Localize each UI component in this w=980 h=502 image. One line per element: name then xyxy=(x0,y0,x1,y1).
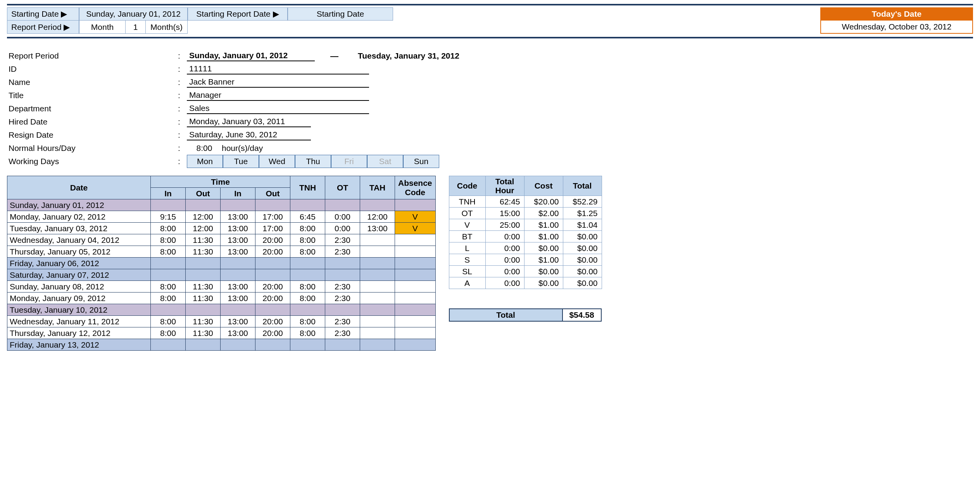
table-cell: 8:00 xyxy=(290,327,325,339)
resign-label: Resign Date xyxy=(9,130,171,140)
th-out1: Out xyxy=(186,188,221,199)
table-cell: 2:30 xyxy=(325,234,360,246)
starting-date-label: Starting Date ▶ xyxy=(7,7,79,21)
table-cell xyxy=(290,339,325,351)
table-cell xyxy=(395,269,436,281)
table-cell: 12:00 xyxy=(186,223,221,234)
summary-row: V25:00$1.00$1.04 xyxy=(449,219,602,231)
th-total-hour: Total Hour xyxy=(485,176,524,196)
table-cell: 9:15 xyxy=(151,211,186,223)
table-cell: 8:00 xyxy=(290,316,325,327)
table-row: Thursday, January 05, 20128:0011:3013:00… xyxy=(7,246,436,258)
starting-date-value[interactable]: Sunday, January 01, 2012 xyxy=(79,7,188,21)
table-cell: Monday, January 09, 2012 xyxy=(7,293,151,304)
table-cell xyxy=(255,258,290,269)
summary-cell: 25:00 xyxy=(485,219,524,231)
th-time: Time xyxy=(151,176,290,188)
table-cell: 13:00 xyxy=(221,246,255,258)
period-unit[interactable]: Month xyxy=(79,21,126,34)
resign-value: Saturday, June 30, 2012 xyxy=(187,130,311,140)
table-cell: 13:00 xyxy=(221,234,255,246)
working-day-cell[interactable]: Fri xyxy=(331,155,367,168)
table-cell: Thursday, January 05, 2012 xyxy=(7,246,151,258)
table-cell: V xyxy=(395,223,436,234)
summary-cell: BT xyxy=(449,231,485,242)
table-cell xyxy=(151,339,186,351)
summary-cell: TNH xyxy=(449,196,485,208)
table-cell xyxy=(360,304,395,316)
table-cell: 8:00 xyxy=(151,234,186,246)
timesheet-table: Date Time TNH OT TAH Absence Code In Out… xyxy=(7,176,436,351)
table-cell: 13:00 xyxy=(221,293,255,304)
th-in1: In xyxy=(151,188,186,199)
table-cell: 11:30 xyxy=(186,327,221,339)
todays-date-box: Today's Date Wednesday, October 03, 2012 xyxy=(820,7,973,35)
table-cell: Sunday, January 08, 2012 xyxy=(7,281,151,293)
starting-report-date-value[interactable]: Starting Date xyxy=(288,7,393,21)
top-controls: Starting Date ▶ Report Period ▶ Sunday, … xyxy=(7,7,973,35)
th-cost: Cost xyxy=(524,176,563,196)
period-count[interactable]: 1 xyxy=(126,21,146,34)
table-cell xyxy=(151,258,186,269)
table-row: Sunday, January 08, 20128:0011:3013:0020… xyxy=(7,281,436,293)
table-cell: 8:00 xyxy=(151,223,186,234)
table-cell: Tuesday, January 03, 2012 xyxy=(7,223,151,234)
working-days-label: Working Days xyxy=(9,157,171,166)
table-cell: 8:00 xyxy=(290,234,325,246)
table-cell xyxy=(186,339,221,351)
table-cell xyxy=(360,234,395,246)
th-in2: In xyxy=(221,188,255,199)
table-cell xyxy=(221,339,255,351)
table-cell: 17:00 xyxy=(255,211,290,223)
table-cell xyxy=(360,316,395,327)
summary-cell: S xyxy=(449,254,485,266)
summary-cell: $0.00 xyxy=(524,277,563,289)
table-cell: 20:00 xyxy=(255,316,290,327)
table-cell: 11:30 xyxy=(186,316,221,327)
summary-row: S0:00$1.00$0.00 xyxy=(449,254,602,266)
hired-value: Monday, January 03, 2011 xyxy=(187,116,311,127)
table-cell: 13:00 xyxy=(221,211,255,223)
table-cell xyxy=(360,199,395,211)
summary-cell: $0.00 xyxy=(563,266,602,277)
table-cell xyxy=(395,281,436,293)
table-row: Sunday, January 01, 2012 xyxy=(7,199,436,211)
grand-total-row: Total $54.58 xyxy=(449,308,602,322)
table-cell: 12:00 xyxy=(186,211,221,223)
working-day-cell[interactable]: Sun xyxy=(403,155,439,168)
name-label: Name xyxy=(9,78,171,87)
table-cell: 8:00 xyxy=(151,246,186,258)
summary-cell: $0.00 xyxy=(524,266,563,277)
summary-cell: $0.00 xyxy=(524,242,563,254)
todays-date-value: Wednesday, October 03, 2012 xyxy=(820,21,973,34)
summary-cell: $2.00 xyxy=(524,208,563,219)
th-ot: OT xyxy=(325,176,360,199)
table-cell: 8:00 xyxy=(290,281,325,293)
table-cell: 20:00 xyxy=(255,234,290,246)
working-day-cell[interactable]: Sat xyxy=(367,155,403,168)
table-cell xyxy=(290,269,325,281)
table-cell xyxy=(395,234,436,246)
table-cell: 13:00 xyxy=(221,223,255,234)
working-day-cell[interactable]: Thu xyxy=(295,155,331,168)
summary-cell: $1.00 xyxy=(524,219,563,231)
working-day-cell[interactable]: Tue xyxy=(223,155,259,168)
table-cell: 11:30 xyxy=(186,234,221,246)
th-tnh: TNH xyxy=(290,176,325,199)
summary-cell: 0:00 xyxy=(485,254,524,266)
title-value: Manager xyxy=(187,90,369,101)
table-row: Saturday, January 07, 2012 xyxy=(7,269,436,281)
summary-cell: L xyxy=(449,242,485,254)
table-cell xyxy=(360,281,395,293)
table-cell: 2:30 xyxy=(325,327,360,339)
table-cell: 8:00 xyxy=(290,246,325,258)
table-cell: 8:00 xyxy=(151,281,186,293)
normal-hours-label: Normal Hours/Day xyxy=(9,144,171,153)
th-out2: Out xyxy=(255,188,290,199)
table-cell: Monday, January 02, 2012 xyxy=(7,211,151,223)
th-tah: TAH xyxy=(360,176,395,199)
working-day-cell[interactable]: Wed xyxy=(259,155,295,168)
department-value: Sales xyxy=(187,103,369,114)
table-cell xyxy=(186,269,221,281)
working-day-cell[interactable]: Mon xyxy=(187,155,223,168)
